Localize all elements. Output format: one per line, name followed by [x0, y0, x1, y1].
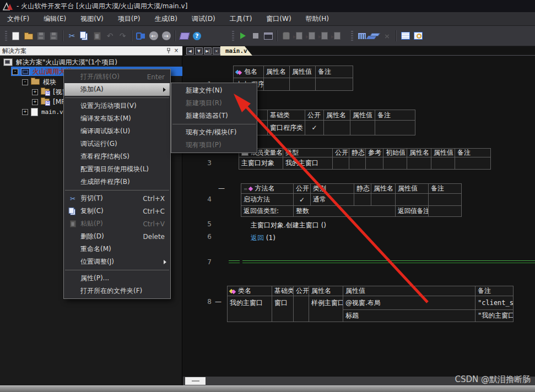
menu-build[interactable]: 生成(B): [147, 12, 185, 26]
prop-name-cell[interactable]: @视窗.布局: [343, 296, 475, 310]
attach-process-button[interactable]: [262, 30, 274, 42]
menu-item-properties[interactable]: 属性(P)...: [64, 272, 170, 285]
build-button[interactable]: [355, 30, 368, 42]
prop-value-cell[interactable]: "我的主窗口": [475, 310, 514, 322]
docs-button[interactable]: [178, 30, 191, 42]
find-button[interactable]: [134, 30, 147, 42]
nav-forward-button[interactable]: →: [160, 30, 172, 42]
menu-item-open-containing-folder[interactable]: 打开所在的文件夹(F): [64, 285, 170, 297]
table-cell[interactable]: [431, 157, 455, 170]
public-check-icon[interactable]: ✓: [305, 121, 324, 135]
base-class-cell[interactable]: 窗口程序类: [268, 121, 305, 135]
menu-item-paste[interactable]: 粘贴(P)Ctrl+V: [64, 217, 170, 230]
table-cell[interactable]: [333, 157, 349, 170]
table-cell[interactable]: [455, 157, 491, 170]
menu-item-debug-run[interactable]: 调试运行(G): [64, 138, 170, 150]
menu-item-new-file[interactable]: 新建文件(N): [171, 84, 257, 97]
menu-project[interactable]: 项目(P): [111, 12, 148, 26]
step-out-button[interactable]: [318, 30, 331, 42]
undo-button[interactable]: ↶: [104, 30, 116, 42]
menu-file[interactable]: 文件(F): [0, 12, 36, 26]
menu-item-view-structure[interactable]: 查看程序结构(S): [64, 150, 170, 163]
table-cell[interactable]: [371, 194, 396, 206]
run-button[interactable]: [236, 30, 249, 42]
prop-name-cell[interactable]: 标题: [343, 310, 475, 322]
help-button[interactable]: ?: [191, 30, 203, 42]
cut-button[interactable]: ✂: [66, 30, 78, 42]
menu-item-generate-component[interactable]: 生成部件程序(B): [64, 176, 170, 188]
menu-item-set-active-project[interactable]: 设置为活动项目(V): [64, 100, 170, 112]
step-into-button[interactable]: [293, 30, 305, 42]
toolbar-grip[interactable]: [232, 31, 234, 41]
table-cell[interactable]: [294, 296, 309, 322]
table-cell[interactable]: [429, 206, 462, 217]
menu-item-delete[interactable]: 删除(D)Delete: [64, 230, 170, 243]
menu-item-new-filter[interactable]: 新建筛选器(T): [171, 110, 257, 122]
new-file-button[interactable]: [9, 30, 22, 42]
batch-build-button[interactable]: [368, 30, 381, 42]
menu-item-add[interactable]: 添加(A): [64, 83, 170, 96]
tab-dropdown-icon[interactable]: ▼: [195, 47, 203, 55]
table-cell[interactable]: [324, 121, 350, 135]
nav-back-button[interactable]: ←: [147, 30, 160, 42]
table-cell[interactable]: [383, 157, 407, 170]
prop-value-cell[interactable]: "client_size = \"500, 300\"": [475, 296, 514, 310]
fold-marker[interactable]: —: [215, 298, 221, 306]
table-cell[interactable]: [375, 121, 415, 135]
menu-item-compile-release[interactable]: 编译发布版本(M): [64, 112, 170, 125]
menu-item-position-adjust[interactable]: 位置调整(J): [64, 255, 170, 268]
menu-tools[interactable]: 工具(T): [223, 12, 260, 26]
code-line-5[interactable]: 主窗口对象.创建主窗口 (): [251, 221, 326, 230]
stop-button[interactable]: [249, 30, 262, 42]
paste-button[interactable]: [91, 30, 104, 42]
toolbar-grip[interactable]: [351, 31, 353, 41]
menu-item-configure-modules[interactable]: 配置项目所使用模块(L): [64, 163, 170, 176]
step-over-button[interactable]: [305, 30, 318, 42]
tab-close-icon[interactable]: ×: [213, 47, 220, 55]
menu-window[interactable]: 窗口(W): [259, 12, 298, 26]
run-to-cursor-button[interactable]: [331, 30, 343, 42]
table-cell[interactable]: [354, 194, 371, 206]
stop-build-button[interactable]: ×: [381, 30, 393, 42]
expand-expander-icon[interactable]: +: [22, 109, 28, 115]
class-name-cell[interactable]: 我的主窗口: [228, 296, 272, 322]
method-category-cell[interactable]: 通常: [311, 194, 354, 206]
fold-marker[interactable]: —: [218, 184, 225, 192]
menu-edit[interactable]: 编辑(E): [36, 12, 73, 26]
table-cell[interactable]: [396, 194, 429, 206]
collapse-expander-icon[interactable]: -: [22, 79, 28, 85]
save-all-button[interactable]: [47, 30, 60, 42]
menu-item-cut[interactable]: ✂ 剪切(T)Ctrl+X: [64, 192, 170, 205]
code-line-6[interactable]: 返回 (1): [251, 233, 275, 243]
menu-item-rename[interactable]: 重命名(M): [64, 243, 170, 255]
menu-item-new-project[interactable]: 新建项目(R): [171, 97, 257, 110]
table-cell[interactable]: [407, 157, 431, 170]
member-type-cell[interactable]: 我的主窗口: [283, 157, 333, 170]
save-button[interactable]: [35, 30, 47, 42]
table-cell[interactable]: [429, 194, 462, 206]
close-icon[interactable]: ×: [172, 47, 180, 55]
table-cell[interactable]: [350, 121, 375, 135]
menu-debug[interactable]: 调试(D): [185, 12, 223, 26]
table-cell[interactable]: [349, 157, 366, 170]
public-check-icon[interactable]: ✓: [294, 194, 311, 206]
pause-button[interactable]: [280, 30, 293, 42]
return-type-cell[interactable]: 整数: [294, 206, 396, 217]
base-class-cell[interactable]: 窗口: [272, 296, 294, 322]
table-cell[interactable]: [264, 78, 290, 91]
tree-item-modules[interactable]: - 模块: [22, 77, 56, 87]
collapse-expander-icon[interactable]: -: [12, 69, 18, 75]
scrollbar-thumb[interactable]: [185, 377, 206, 385]
expand-expander-icon[interactable]: +: [32, 89, 38, 95]
tree-item-mainv[interactable]: + main.v: [22, 107, 63, 117]
member-name-cell[interactable]: 主窗口对象: [239, 157, 283, 170]
tab-scroll-right-icon[interactable]: ▶|: [204, 47, 212, 55]
tree-item-solution[interactable]: 解决方案"火山调用大漠"(1个项目): [3, 57, 117, 67]
menu-item-copy[interactable]: 复制(C)Ctrl+C: [64, 205, 170, 217]
menu-item-existing-project[interactable]: 现有项目(P): [171, 139, 257, 151]
method-name-cell[interactable]: 启动方法: [241, 194, 294, 206]
table-cell[interactable]: [316, 78, 353, 91]
pin-icon[interactable]: [165, 47, 172, 55]
redo-button[interactable]: ↷: [116, 30, 129, 42]
class-remark-cell[interactable]: 样例主窗口: [309, 296, 343, 322]
